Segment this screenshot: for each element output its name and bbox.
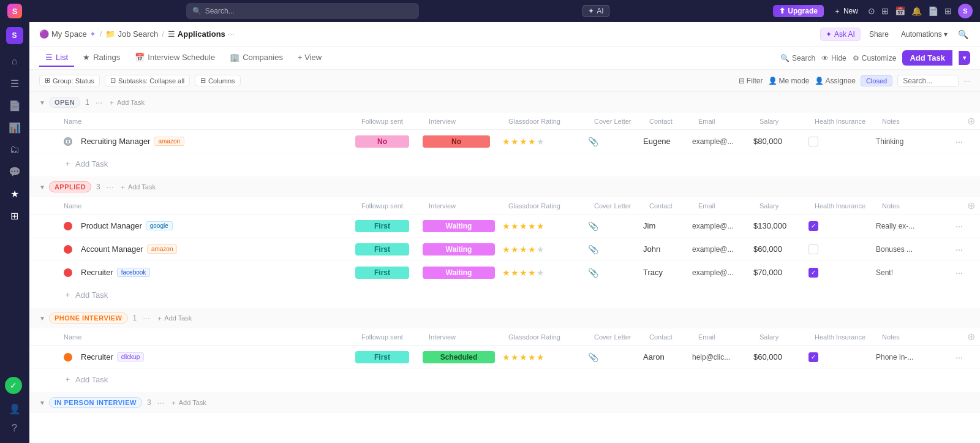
task-name[interactable]: Product Manager bbox=[81, 221, 142, 230]
stars[interactable]: ★ ★ ★ ★ ★ bbox=[502, 268, 588, 278]
email-cell[interactable]: example@... bbox=[692, 268, 753, 277]
sidebar-item-inbox[interactable]: ☰ bbox=[5, 74, 24, 93]
email-cell[interactable]: example@... bbox=[692, 245, 753, 254]
health-checkbox[interactable]: ✓ bbox=[809, 268, 818, 278]
group-open-dots[interactable]: ··· bbox=[96, 97, 103, 107]
interview-pill[interactable]: Scheduled bbox=[423, 351, 495, 363]
stars[interactable]: ★ ★ ★ ★ ★ bbox=[502, 221, 588, 231]
user-avatar[interactable]: S bbox=[958, 4, 973, 18]
hide-action[interactable]: 👁 Hide bbox=[821, 54, 846, 62]
breadcrumb-list[interactable]: ☰ Applications ··· bbox=[168, 29, 235, 39]
contact-cell[interactable]: Tracy bbox=[643, 268, 692, 277]
task-status-dot[interactable] bbox=[64, 245, 72, 254]
me-mode-button[interactable]: 👤 Me mode bbox=[768, 77, 810, 85]
row-dots-button[interactable]: ··· bbox=[956, 268, 963, 278]
sidebar-item-help[interactable]: ? bbox=[5, 418, 24, 438]
group-by-chip[interactable]: ⊞ Group: Status bbox=[39, 75, 100, 86]
group-in-person-header[interactable]: ▼ IN PERSON INTERVIEW 3 ··· ＋ Add Task bbox=[29, 392, 980, 413]
grid-icon[interactable]: ⊞ bbox=[881, 6, 889, 16]
email-cell[interactable]: example@... bbox=[692, 222, 753, 230]
add-task-button[interactable]: Add Task bbox=[902, 50, 952, 66]
interview-pill[interactable]: No bbox=[423, 135, 490, 148]
share-button[interactable]: Share bbox=[865, 28, 892, 40]
followup-pill[interactable]: No bbox=[355, 135, 409, 148]
search-bar[interactable]: 🔍 Search... bbox=[186, 3, 419, 19]
stars[interactable]: ★ ★ ★ ★ ★ bbox=[502, 244, 588, 254]
sidebar-item-spaces[interactable]: 🗂 bbox=[5, 140, 24, 159]
topbar-search-icon[interactable]: 🔍 bbox=[956, 28, 970, 41]
ai-button[interactable]: ✦ AI bbox=[582, 5, 609, 17]
apps-icon[interactable]: ⊞ bbox=[944, 6, 952, 16]
followup-pill[interactable]: First bbox=[355, 243, 409, 256]
stars[interactable]: ★ ★ ★ ★ ★ bbox=[502, 352, 588, 362]
col-add-phone[interactable]: ⊕ bbox=[962, 331, 980, 343]
followup-pill[interactable]: First bbox=[355, 351, 409, 363]
filter-search-input[interactable] bbox=[897, 75, 959, 87]
tab-list[interactable]: ☰ List bbox=[39, 49, 74, 67]
sidebar-workspace-avatar[interactable]: S bbox=[6, 27, 23, 44]
filter-more-icon[interactable]: ··· bbox=[963, 76, 970, 85]
applied-add-task-row[interactable]: ＋ Add Task bbox=[29, 284, 980, 305]
email-cell[interactable]: help@clic... bbox=[692, 353, 753, 362]
tab-add-view[interactable]: + View bbox=[292, 49, 328, 67]
add-task-dropdown[interactable]: ▾ bbox=[959, 51, 970, 65]
ask-ai-button[interactable]: ✦ Ask AI bbox=[820, 28, 861, 41]
col-add-applied[interactable]: ⊕ bbox=[962, 200, 980, 211]
group-phone-add[interactable]: ＋ Add Task bbox=[156, 314, 192, 323]
task-status-dot[interactable] bbox=[64, 353, 72, 362]
sidebar-item-docs[interactable]: 📄 bbox=[5, 96, 24, 115]
row-dots-button[interactable]: ··· bbox=[956, 244, 963, 254]
col-add-open[interactable]: ⊕ bbox=[962, 115, 980, 127]
contact-cell[interactable]: Jim bbox=[643, 221, 692, 230]
health-checkbox[interactable]: ✓ bbox=[809, 221, 818, 231]
contact-cell[interactable]: Aaron bbox=[643, 352, 692, 362]
contact-cell[interactable]: John bbox=[643, 244, 692, 254]
sidebar-item-views[interactable]: ⊞ bbox=[5, 206, 24, 225]
email-cell[interactable]: example@... bbox=[692, 137, 753, 146]
row-dots-button[interactable]: ··· bbox=[956, 221, 963, 231]
sidebar-status-indicator[interactable]: ✓ bbox=[5, 377, 22, 394]
filter-button[interactable]: ⊟ Filter bbox=[739, 77, 763, 85]
closed-badge[interactable]: Closed bbox=[861, 75, 892, 86]
health-checkbox[interactable] bbox=[809, 137, 818, 146]
sidebar-item-favorites[interactable]: ★ bbox=[5, 184, 24, 203]
sidebar-item-chat[interactable]: 💬 bbox=[5, 162, 24, 181]
clip-icon[interactable]: 📎 bbox=[588, 221, 598, 231]
new-button[interactable]: ＋ New bbox=[830, 5, 862, 18]
sidebar-item-dashboard[interactable]: 📊 bbox=[5, 118, 24, 137]
group-in-person-add[interactable]: ＋ Add Task bbox=[170, 398, 206, 407]
customize-action[interactable]: ⚙ Customize bbox=[853, 54, 897, 62]
columns-chip[interactable]: ⊟ Columns bbox=[195, 75, 240, 86]
assignee-button[interactable]: 👤 Assignee bbox=[815, 77, 856, 85]
group-open-header[interactable]: ▼ OPEN 1 ··· ＋ Add Task bbox=[29, 92, 980, 113]
task-name[interactable]: Recruiter bbox=[81, 352, 113, 362]
health-checkbox[interactable]: ✓ bbox=[809, 352, 818, 362]
automations-button[interactable]: Automations ▾ bbox=[897, 28, 951, 40]
timer-icon[interactable]: ⊙ bbox=[868, 6, 875, 16]
followup-pill[interactable]: First bbox=[355, 220, 409, 232]
group-applied-dots[interactable]: ··· bbox=[107, 182, 114, 192]
tab-companies[interactable]: 🏢 Companies bbox=[224, 49, 289, 67]
breadcrumb-workspace[interactable]: 🟣 My Space ✦ bbox=[39, 29, 96, 39]
tab-interview-schedule[interactable]: 📅 Interview Schedule bbox=[129, 49, 221, 67]
tab-ratings[interactable]: ★ Ratings bbox=[77, 49, 126, 67]
row-dots-button[interactable]: ··· bbox=[956, 352, 963, 362]
group-phone-dots[interactable]: ··· bbox=[143, 313, 150, 323]
group-open-add[interactable]: ＋ Add Task bbox=[108, 98, 145, 107]
sidebar-item-home[interactable]: ⌂ bbox=[5, 51, 24, 71]
group-applied-add[interactable]: ＋ Add Task bbox=[119, 183, 156, 192]
doc-icon[interactable]: 📄 bbox=[928, 6, 938, 16]
group-phone-header[interactable]: ▼ PHONE INTERVIEW 1 ··· ＋ Add Task bbox=[29, 308, 980, 328]
row-dots-button[interactable]: ··· bbox=[956, 137, 963, 146]
search-action[interactable]: 🔍 Search bbox=[780, 54, 815, 62]
group-in-person-dots[interactable]: ··· bbox=[157, 398, 165, 407]
interview-pill[interactable]: Waiting bbox=[423, 243, 495, 256]
upgrade-button[interactable]: ⬆ Upgrade bbox=[773, 5, 824, 17]
phone-add-task-row[interactable]: ＋ Add Task bbox=[29, 369, 980, 390]
task-status-dot[interactable] bbox=[64, 137, 72, 146]
clip-icon[interactable]: 📎 bbox=[588, 352, 598, 362]
breadcrumb-folder[interactable]: 📁 Job Search bbox=[105, 29, 158, 39]
task-status-dot[interactable] bbox=[64, 222, 72, 230]
stars[interactable]: ★ ★ ★ ★ ★ bbox=[502, 137, 588, 146]
interview-pill[interactable]: Waiting bbox=[423, 220, 495, 232]
